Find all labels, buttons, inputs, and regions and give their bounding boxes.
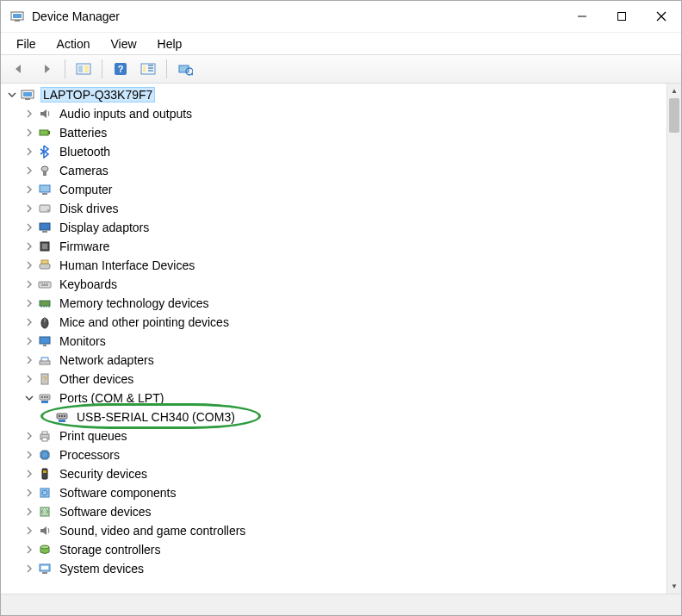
- tree-item-label: Audio inputs and outputs: [58, 107, 194, 121]
- tree-item-port[interactable]: Ports (COM & LPT): [1, 389, 666, 408]
- device-manager-window: Device Manager File Action View Help: [0, 0, 682, 616]
- svg-rect-64: [41, 566, 48, 569]
- tree-item-camera[interactable]: Cameras: [1, 161, 666, 180]
- svg-rect-9: [84, 65, 89, 72]
- tree-item-hid[interactable]: Human Interface Devices: [1, 256, 666, 275]
- tree-item-mouse[interactable]: Mice and other pointing devices: [1, 313, 666, 332]
- tree-child-item[interactable]: USB-SERIAL CH340 (COM3): [1, 408, 666, 426]
- chevron-right-icon[interactable]: [23, 354, 35, 366]
- chevron-right-icon[interactable]: [23, 297, 35, 309]
- chevron-down-icon[interactable]: [6, 89, 18, 101]
- tree-item-label: Ports (COM & LPT): [58, 391, 165, 405]
- maximize-button[interactable]: [602, 1, 642, 32]
- tree-item-label: Monitors: [58, 334, 108, 348]
- memory-icon: [37, 296, 53, 311]
- chevron-right-icon[interactable]: [23, 468, 35, 480]
- scroll-down-button[interactable]: ▼: [667, 579, 681, 594]
- printer-icon: [37, 428, 53, 444]
- menu-view[interactable]: View: [102, 34, 145, 53]
- chevron-right-icon[interactable]: [23, 487, 35, 499]
- chevron-right-icon[interactable]: [23, 449, 35, 461]
- chevron-right-icon[interactable]: [23, 563, 35, 575]
- chevron-right-icon[interactable]: [23, 544, 35, 556]
- tree-root[interactable]: LAPTOP-Q33K79F7: [1, 85, 666, 104]
- tree-item-printer[interactable]: Print queues: [1, 426, 666, 445]
- properties-button[interactable]: [137, 58, 159, 80]
- root-icon: [20, 87, 35, 103]
- show-hide-tree-button[interactable]: [72, 58, 95, 80]
- scrollbar-thumb[interactable]: [669, 98, 679, 133]
- tree-item-system[interactable]: System devices: [1, 559, 666, 578]
- chevron-right-icon[interactable]: [23, 525, 35, 537]
- chevron-right-icon[interactable]: [23, 184, 35, 196]
- chevron-right-icon[interactable]: [23, 316, 35, 328]
- chevron-right-icon[interactable]: [23, 278, 35, 290]
- chevron-right-icon[interactable]: [23, 430, 35, 442]
- tree-item-network[interactable]: Network adapters: [1, 351, 666, 370]
- tree-item-bluetooth[interactable]: Bluetooth: [1, 142, 666, 161]
- menu-help[interactable]: Help: [149, 34, 191, 53]
- tree-item-processor[interactable]: Processors: [1, 445, 666, 464]
- tree-item-label: Bluetooth: [58, 145, 112, 159]
- chevron-right-icon[interactable]: [23, 146, 35, 158]
- forward-button[interactable]: [35, 58, 58, 80]
- tree-item-firmware[interactable]: Firmware: [1, 237, 666, 256]
- chevron-right-icon[interactable]: [23, 108, 35, 120]
- tree-item-sound[interactable]: Sound, video and game controllers: [1, 521, 666, 540]
- system-icon: [37, 561, 53, 576]
- svg-rect-2: [15, 20, 20, 22]
- tree-item-audio[interactable]: Audio inputs and outputs: [1, 104, 666, 123]
- svg-point-45: [44, 396, 46, 398]
- chevron-right-icon[interactable]: [23, 240, 35, 252]
- svg-rect-57: [42, 469, 47, 479]
- svg-rect-33: [41, 260, 48, 264]
- chevron-right-icon[interactable]: [23, 127, 35, 139]
- tree-item-memory[interactable]: Memory technology devices: [1, 294, 666, 313]
- window-title: Device Manager: [32, 9, 562, 23]
- tree-item-keyboard[interactable]: Keyboards: [1, 275, 666, 294]
- tree-item-label: Computer: [58, 183, 114, 196]
- svg-rect-32: [40, 264, 50, 269]
- tree-item-storage[interactable]: Storage controllers: [1, 540, 666, 559]
- tree-item-software-dev[interactable]: Software devices: [1, 502, 666, 521]
- help-button[interactable]: ?: [109, 58, 132, 80]
- minimize-button[interactable]: [562, 1, 602, 32]
- menu-file[interactable]: File: [8, 34, 45, 53]
- tree-item-other[interactable]: ?Other devices: [1, 370, 666, 389]
- tree-item-computer[interactable]: Computer: [1, 180, 666, 199]
- scan-hardware-button[interactable]: [174, 58, 196, 80]
- expander-placeholder: [40, 411, 53, 423]
- chevron-right-icon[interactable]: [23, 221, 35, 233]
- chevron-right-icon[interactable]: [23, 335, 35, 347]
- display-icon: [37, 220, 53, 235]
- tree-item-software[interactable]: Software components: [1, 483, 666, 502]
- sound-icon: [37, 523, 53, 538]
- toolbar-separator: [65, 59, 65, 78]
- back-button[interactable]: [8, 58, 30, 80]
- tree-item-security[interactable]: Security devices: [1, 464, 666, 483]
- close-button[interactable]: [642, 1, 681, 32]
- tree-item-display[interactable]: Display adaptors: [1, 218, 666, 237]
- chevron-right-icon[interactable]: [23, 373, 35, 385]
- chevron-right-icon[interactable]: [23, 259, 35, 271]
- disk-icon: [37, 201, 53, 216]
- menu-action[interactable]: Action: [48, 34, 99, 53]
- svg-rect-35: [40, 301, 50, 306]
- software-dev-icon: [37, 504, 53, 520]
- scroll-up-button[interactable]: ▲: [667, 84, 681, 98]
- tree-item-label: Software components: [58, 486, 177, 500]
- chevron-right-icon[interactable]: [23, 165, 35, 177]
- tree-item-monitor[interactable]: Monitors: [1, 332, 666, 351]
- svg-text:?: ?: [118, 64, 124, 74]
- chevron-right-icon[interactable]: [23, 506, 35, 518]
- tree-item-battery[interactable]: Batteries: [1, 123, 666, 142]
- tree-item-disk[interactable]: Disk drives: [1, 199, 666, 218]
- vertical-scrollbar[interactable]: ▲ ▼: [666, 84, 681, 594]
- tree-item-label: Human Interface Devices: [58, 258, 196, 272]
- chevron-down-icon[interactable]: [23, 392, 35, 404]
- mouse-icon: [37, 314, 53, 330]
- tree-item-label: Sound, video and game controllers: [58, 524, 247, 538]
- device-tree[interactable]: LAPTOP-Q33K79F7Audio inputs and outputsB…: [1, 84, 666, 594]
- camera-icon: [37, 163, 53, 178]
- chevron-right-icon[interactable]: [23, 202, 35, 215]
